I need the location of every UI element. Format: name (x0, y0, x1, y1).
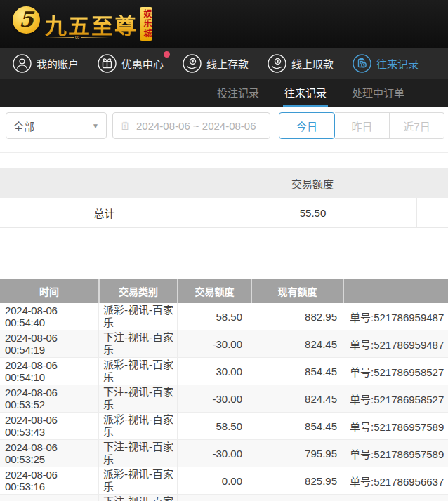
table-row: 下注-视讯-百家乐 (0, 495, 448, 501)
cell-order: 单号:521786958527 (343, 385, 448, 412)
filter-bar: 全部 ▼ 🗓 2024-08-06 ~ 2024-08-06 今日 昨日 近7日 (0, 107, 448, 153)
summary-total-cut (416, 198, 448, 227)
tab-processing-orders[interactable]: 处理中订单 (350, 79, 406, 107)
table-row: 2024-08-06 00:53:43派彩-视讯-百家乐58.50854.45单… (0, 413, 448, 440)
flourish-divider: ∞ (45, 34, 110, 40)
cell-balance: 824.45 (251, 330, 343, 357)
nav-item-my-account[interactable]: 我的账户 (13, 54, 79, 73)
cell-type: 派彩-视讯-百家乐 (98, 303, 177, 330)
cell-time: 2024-08-06 00:53:43 (0, 413, 98, 439)
cell-amount: 58.50 (177, 303, 251, 330)
date-range-input[interactable]: 🗓 2024-08-06 ~ 2024-08-06 (112, 112, 270, 139)
cell-amount: -30.00 (177, 440, 251, 467)
nav-label: 我的账户 (37, 56, 79, 71)
chevron-down-icon: ▼ (92, 122, 99, 130)
cell-type: 下注-视讯-百家乐 (98, 385, 177, 412)
emblem-glyph: 5 (19, 9, 34, 30)
cell-order: 单号:521786957589 (343, 440, 448, 467)
cell-amount: -30.00 (177, 330, 251, 357)
nav-label: 优惠中心 (121, 56, 164, 71)
col-header-type: 交易类别 (98, 279, 177, 303)
cell-time: 2024-08-06 00:53:16 (0, 467, 98, 494)
cell-balance: 825.95 (251, 467, 343, 494)
table-header-row: 时间 交易类别 交易额度 现有额度 (0, 279, 448, 303)
spacer (0, 228, 448, 279)
cell-order: 单号:521786957589 (343, 413, 448, 439)
col-header-amount: 交易额度 (177, 279, 251, 303)
cell-time: 2024-08-06 00:53:52 (0, 385, 98, 412)
cell-amount (177, 495, 251, 501)
calendar-icon: 🗓 (120, 120, 131, 132)
col-header-balance: 现有额度 (251, 279, 343, 303)
notification-dot (164, 51, 170, 58)
cell-order: 单号:521786958527 (343, 358, 448, 385)
summary-header-amount: 交易额度 (209, 176, 416, 191)
top-banner: 5 九五至尊 娱乐城 ∞ (0, 0, 448, 48)
table-body: 2024-08-06 00:54:40派彩-视讯-百家乐58.50882.95单… (0, 303, 448, 501)
cell-type: 下注-视讯-百家乐 (98, 330, 177, 357)
cell-balance: 795.95 (251, 440, 343, 467)
cell-order: 单号:521786959487 (343, 330, 448, 357)
summary-total-row: 总计 55.50 (0, 198, 448, 228)
table-row: 2024-08-06 00:54:10派彩-视讯-百家乐30.00854.45单… (0, 358, 448, 385)
quick-date-button-group: 今日 昨日 近7日 (279, 112, 444, 139)
cell-type: 下注-视讯-百家乐 (98, 495, 177, 501)
nav-label: 往来记录 (376, 56, 419, 71)
deposit-icon (183, 54, 202, 73)
table-row: 2024-08-06 00:53:52下注-视讯-百家乐-30.00824.45… (0, 385, 448, 413)
yesterday-button[interactable]: 昨日 (335, 112, 390, 139)
cell-time (0, 495, 98, 501)
summary-total-value: 55.50 (209, 198, 416, 227)
cell-order (343, 495, 448, 501)
cell-balance: 854.45 (251, 358, 343, 385)
records-icon (353, 54, 371, 73)
nav-item-withdraw[interactable]: 线上取款 (268, 54, 334, 73)
cell-balance: 854.45 (251, 413, 343, 439)
today-button[interactable]: 今日 (279, 112, 335, 139)
col-header-order (343, 279, 448, 303)
withdraw-icon (268, 54, 286, 73)
nav-label: 线上取款 (291, 56, 334, 71)
brand-badge: 娱乐城 (140, 7, 152, 41)
nav-item-promotions[interactable]: 优惠中心 (98, 54, 164, 73)
cell-amount: -30.00 (177, 385, 251, 412)
table-row: 2024-08-06 00:54:19下注-视讯-百家乐-30.00824.45… (0, 330, 448, 358)
summary-header-row: 交易额度 (0, 168, 448, 198)
nav-item-deposit[interactable]: 线上存款 (183, 54, 249, 73)
user-icon (13, 54, 32, 73)
app-screen: 5 九五至尊 娱乐城 ∞ 我的账户 优惠中心 线上存款 (0, 0, 448, 501)
cell-amount: 30.00 (177, 358, 251, 385)
cell-balance (251, 495, 343, 501)
last7days-button[interactable]: 近7日 (390, 112, 444, 139)
nav-label: 线上存款 (206, 56, 249, 71)
table-row: 2024-08-06 00:53:25下注-视讯-百家乐-30.00795.95… (0, 440, 448, 467)
main-navbar: 我的账户 优惠中心 线上存款 线上取款 往来记录 (0, 48, 448, 79)
cell-time: 2024-08-06 00:54:19 (0, 330, 98, 357)
sub-navbar: 投注记录 往来记录 处理中订单 (0, 79, 448, 107)
cell-balance: 882.95 (251, 303, 343, 330)
cell-type: 派彩-视讯-百家乐 (98, 358, 177, 385)
cell-balance: 824.45 (251, 385, 343, 412)
tab-transaction-records[interactable]: 往来记录 (283, 79, 328, 107)
cell-amount: 0.00 (177, 467, 251, 494)
cell-amount: 58.50 (177, 413, 251, 439)
cell-time: 2024-08-06 00:53:25 (0, 440, 98, 467)
gift-icon (98, 54, 117, 73)
type-select[interactable]: 全部 ▼ (6, 112, 107, 139)
tab-bet-records[interactable]: 投注记录 (216, 79, 261, 107)
spacer (0, 153, 448, 168)
cell-type: 下注-视讯-百家乐 (98, 440, 177, 467)
type-select-value: 全部 (13, 119, 34, 133)
cell-order: 单号:521786959487 (343, 303, 448, 330)
date-range-value: 2024-08-06 ~ 2024-08-06 (136, 120, 256, 132)
col-header-time: 时间 (0, 279, 98, 303)
cell-type: 派彩-视讯-百家乐 (98, 467, 177, 494)
nav-item-transaction-records[interactable]: 往来记录 (353, 54, 419, 73)
cell-order: 单号:521786956637 (343, 467, 448, 494)
cell-time: 2024-08-06 00:54:10 (0, 358, 98, 385)
cell-time: 2024-08-06 00:54:40 (0, 303, 98, 330)
cell-type: 派彩-视讯-百家乐 (98, 413, 177, 439)
summary-total-label: 总计 (0, 206, 209, 220)
brand-emblem-icon[interactable]: 5 (13, 6, 40, 34)
table-row: 2024-08-06 00:54:40派彩-视讯-百家乐58.50882.95单… (0, 303, 448, 330)
